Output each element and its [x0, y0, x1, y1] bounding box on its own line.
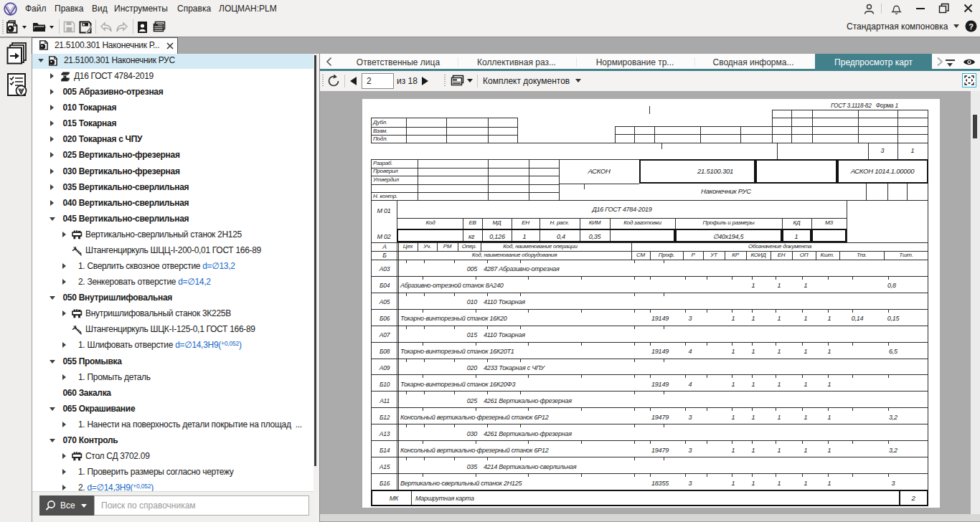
svg-text:?: ?: [969, 22, 974, 31]
